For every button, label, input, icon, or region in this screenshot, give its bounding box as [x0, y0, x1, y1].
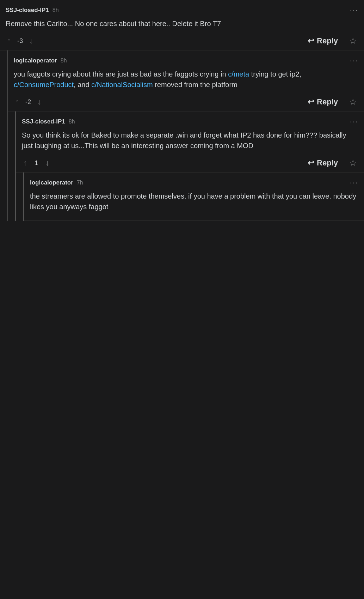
star-icon: ☆	[349, 36, 357, 46]
username: logicaloperator	[30, 179, 73, 186]
body-text-3: , and	[74, 81, 91, 89]
comment-header: SSJ-closed-IP1 8h ···	[22, 117, 358, 126]
body-text-1: you faggots crying about this are just a…	[14, 70, 228, 78]
downvote-button[interactable]: ↓	[44, 157, 51, 169]
vote-section: ↑ -3 ↓	[6, 35, 35, 47]
more-options-icon[interactable]: ···	[350, 56, 358, 65]
username: SSJ-closed-IP1	[6, 7, 49, 14]
comment-actions: ↑ 1 ↓ ↩ Reply ☆	[22, 157, 358, 169]
body-text-4: removed from the platform	[153, 81, 237, 89]
action-buttons: ↩ Reply ☆	[305, 35, 358, 47]
comment-body: you faggots crying about this are just a…	[14, 69, 358, 90]
reply-label: Reply	[317, 36, 338, 46]
reply-label: Reply	[317, 158, 338, 168]
comment-header: logicaloperator 7h ···	[30, 178, 358, 187]
reply-button[interactable]: ↩ Reply	[305, 35, 341, 47]
comment-header: logicaloperator 8h ···	[14, 56, 358, 65]
comment-body: the streamers are allowed to promote the…	[30, 191, 358, 212]
reply-label: Reply	[317, 97, 338, 107]
comment-header: SSJ-closed-IP1 8h ···	[6, 6, 358, 15]
vote-count: 1	[33, 159, 40, 167]
timestamp: 8h	[53, 7, 59, 13]
downvote-icon: ↓	[45, 158, 49, 168]
username: SSJ-closed-IP1	[22, 118, 65, 125]
comment-actions: ↑ -2 ↓ ↩ Reply ☆	[14, 96, 358, 108]
downvote-icon: ↓	[29, 36, 33, 46]
reply-icon: ↩	[308, 158, 314, 168]
vote-count: -3	[17, 37, 24, 45]
comment-item: SSJ-closed-IP1 8h ··· Remove this Carlit…	[0, 0, 364, 50]
star-button[interactable]: ☆	[348, 157, 358, 169]
star-button[interactable]: ☆	[348, 35, 358, 47]
upvote-icon: ↑	[23, 158, 27, 168]
star-button[interactable]: ☆	[348, 96, 358, 108]
action-buttons: ↩ Reply ☆	[305, 96, 358, 108]
vote-section: ↑ 1 ↓	[22, 157, 51, 169]
timestamp: 8h	[69, 119, 75, 125]
star-icon: ☆	[349, 158, 357, 168]
upvote-icon: ↑	[15, 97, 19, 107]
nested-level-1: logicaloperator 8h ··· you faggots cryin…	[7, 50, 364, 221]
comment-actions: ↑ -3 ↓ ↩ Reply ☆	[6, 35, 358, 47]
comment-item: logicaloperator 8h ··· you faggots cryin…	[8, 50, 364, 111]
link-consumeproduct[interactable]: c/ConsumeProduct	[14, 81, 74, 89]
star-icon: ☆	[349, 97, 357, 107]
vote-count: -2	[25, 98, 32, 106]
timestamp: 7h	[77, 180, 83, 186]
link-cmeta[interactable]: c/meta	[228, 70, 249, 78]
downvote-button[interactable]: ↓	[36, 96, 43, 108]
comment-header-left: SSJ-closed-IP1 8h	[6, 7, 59, 14]
username: logicaloperator	[14, 57, 57, 64]
vote-section: ↑ -2 ↓	[14, 96, 43, 108]
more-options-icon[interactable]: ···	[350, 178, 358, 187]
downvote-button[interactable]: ↓	[28, 35, 35, 47]
timestamp: 8h	[61, 58, 67, 64]
nested-level-3: logicaloperator 7h ··· the streamers are…	[23, 173, 364, 221]
comment-thread: SSJ-closed-IP1 8h ··· Remove this Carlit…	[0, 0, 364, 221]
more-options-icon[interactable]: ···	[350, 6, 358, 15]
comment-header-left: logicaloperator 7h	[30, 179, 83, 186]
reply-icon: ↩	[308, 36, 314, 46]
nested-level-2: SSJ-closed-IP1 8h ··· So you think its o…	[15, 111, 364, 221]
upvote-button[interactable]: ↑	[6, 35, 12, 47]
upvote-button[interactable]: ↑	[22, 157, 29, 169]
comment-item: SSJ-closed-IP1 8h ··· So you think its o…	[16, 111, 364, 173]
downvote-icon: ↓	[37, 97, 41, 107]
body-text-2: trying to get ip2,	[249, 70, 301, 78]
reply-button[interactable]: ↩ Reply	[305, 96, 341, 108]
comment-item: logicaloperator 7h ··· the streamers are…	[24, 173, 364, 221]
upvote-icon: ↑	[7, 36, 11, 46]
upvote-button[interactable]: ↑	[14, 96, 20, 108]
link-nationalsocialism[interactable]: c/NationalSocialism	[91, 81, 153, 89]
comment-header-left: SSJ-closed-IP1 8h	[22, 118, 75, 125]
comment-body: So you think its ok for Baked to make a …	[22, 130, 358, 151]
reply-icon: ↩	[308, 97, 314, 107]
reply-button[interactable]: ↩ Reply	[305, 157, 341, 169]
comment-header-left: logicaloperator 8h	[14, 57, 67, 64]
more-options-icon[interactable]: ···	[350, 117, 358, 126]
action-buttons: ↩ Reply ☆	[305, 157, 358, 169]
comment-body: Remove this Carlito... No one cares abou…	[6, 18, 358, 29]
